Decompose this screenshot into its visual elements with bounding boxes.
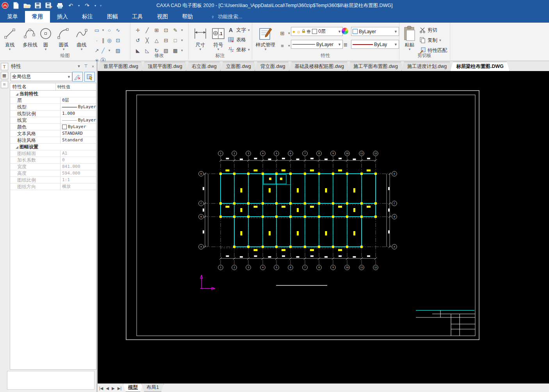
construction-line-icon-caret[interactable]: ▾: [109, 49, 111, 52]
color-wheel-icon[interactable]: [342, 28, 348, 34]
linewidth-combo[interactable]: ByLay▼: [351, 40, 399, 49]
rectangle-icon[interactable]: ▭: [93, 26, 101, 34]
style-manager-button[interactable]: 样式管理▾: [254, 25, 277, 51]
sheet-tab-模型[interactable]: 模型: [123, 384, 143, 392]
doc-tab-标层梁柱布置图.DWG[interactable]: 标层梁柱布置图.DWG: [450, 62, 510, 71]
print-icon[interactable]: [55, 1, 64, 10]
first-tab-icon[interactable]: |◀: [99, 386, 103, 390]
fillet-icon[interactable]: ◣: [134, 46, 142, 54]
bolt-icon[interactable]: ⊡: [114, 36, 122, 44]
prop-row-宽度[interactable]: 宽度841.000: [10, 164, 96, 170]
draw-button-曲线[interactable]: 曲线▾: [73, 25, 90, 51]
prop-row-标注风格[interactable]: 标注风格Standard: [10, 137, 96, 144]
pick-object-icon[interactable]: [84, 72, 95, 82]
hatch-icon[interactable]: ▨: [114, 46, 122, 54]
array-icon[interactable]: ⊞: [153, 26, 160, 34]
construction-line-icon[interactable]: ╱: [99, 46, 107, 54]
group-row-当前特性[interactable]: ◢当前特性: [10, 91, 96, 97]
new-file-icon[interactable]: [12, 1, 20, 10]
layer-tools-button[interactable]: ⊞▾: [278, 29, 290, 37]
erase-icon-caret[interactable]: ▾: [181, 29, 183, 32]
annotate-button-表格[interactable]: +表格: [228, 36, 250, 44]
region-hatch-icon-caret[interactable]: ▾: [181, 49, 183, 52]
prop-row-图纸方向[interactable]: 图纸方向横放: [10, 184, 96, 190]
undo-icon[interactable]: ↶: [66, 1, 75, 10]
last-tab-icon[interactable]: ▶|: [118, 386, 121, 390]
explode-icon[interactable]: ▧: [162, 46, 170, 54]
open-file-icon[interactable]: [23, 1, 31, 10]
annotate-button-尺寸[interactable]: 尺寸▾: [191, 25, 209, 51]
prop-row-高度[interactable]: 高度594.000: [10, 170, 96, 177]
menu-item-视图[interactable]: 视图: [150, 11, 175, 23]
offset-icon-caret[interactable]: ▾: [181, 39, 183, 42]
clipboard-button-特性匹配[interactable]: 特性匹配: [419, 46, 447, 55]
formula-curve-icon[interactable]: ∿: [114, 26, 122, 34]
doc-tab-顶层平面图.dwg[interactable]: 顶层平面图.dwg: [142, 62, 188, 71]
annotate-button-符号[interactable]: .1符号▾: [209, 25, 227, 51]
prop-row-图纸比例[interactable]: 图纸比例1:1: [10, 177, 96, 184]
menu-item-标注[interactable]: 标注: [75, 11, 100, 23]
doc-tab-右立面.dwg[interactable]: 右立面.dwg: [186, 62, 223, 71]
edit-cancel-icon[interactable]: ✕: [72, 72, 83, 82]
stretch-icon[interactable]: ⊡: [162, 26, 170, 34]
group-row-图幅设置[interactable]: ◢图幅设置: [10, 144, 96, 150]
break-icon[interactable]: ╳: [143, 36, 151, 44]
draw-button-圆弧[interactable]: 圆弧▾: [55, 25, 72, 51]
save-icon[interactable]: [34, 1, 42, 10]
prop-row-线宽[interactable]: 线宽ByLayer: [10, 117, 96, 124]
customize-caret-icon[interactable]: ▿: [99, 1, 102, 10]
prop-row-加长系数[interactable]: 加长系数0: [10, 157, 96, 164]
save-as-icon[interactable]: [45, 1, 53, 10]
move-icon[interactable]: ✛: [134, 26, 142, 34]
prop-row-图纸幅面[interactable]: 图纸幅面A1: [10, 150, 96, 157]
ellipse-icon[interactable]: ○: [105, 26, 113, 34]
annotate-button-坐标[interactable]: 坐标▾: [228, 45, 250, 54]
sheet-tab-布局1[interactable]: 布局1: [141, 384, 164, 392]
prop-row-线型[interactable]: 线型ByLayer: [10, 104, 96, 110]
contour-icon[interactable]: ◎: [105, 36, 113, 44]
mirror-icon[interactable]: △: [153, 36, 160, 44]
quick-annotate-palette-icon[interactable]: T: [1, 63, 8, 70]
fade-icon[interactable]: ≣: [342, 41, 349, 48]
region-hatch-icon[interactable]: ▩: [171, 46, 179, 54]
paste-button[interactable]: 粘贴▾: [401, 25, 418, 51]
scale-icon[interactable]: ⊟: [162, 36, 170, 44]
prop-row-层[interactable]: 层0层: [10, 97, 96, 104]
function-search[interactable]: ♀ 功能搜索...: [200, 11, 242, 23]
linetype-list-button[interactable]: ≡▾: [278, 41, 290, 50]
prop-row-颜色[interactable]: 颜色ByLayer: [10, 124, 96, 130]
redo-icon[interactable]: ↷: [83, 1, 91, 10]
scope-combo[interactable]: 全局信息 ▼: [11, 72, 72, 81]
rotate-copy-icon[interactable]: ↻: [153, 46, 160, 54]
redo-caret-icon[interactable]: ▾: [94, 1, 97, 10]
menu-item-菜单[interactable]: 菜单: [0, 11, 25, 23]
collapse-triangle-icon[interactable]: ◢: [16, 145, 18, 149]
menu-item-常用[interactable]: 常用: [25, 11, 50, 23]
doc-tab-立面图.dwg[interactable]: 立面图.dwg: [220, 62, 257, 71]
grid-palette-icon[interactable]: ⌗: [1, 81, 8, 88]
cad-drawing[interactable]: 112233445566778899101011111212DDCCBBAA: [98, 71, 549, 383]
drawing-canvas[interactable]: 112233445566778899101011111212DDCCBBAA: [98, 71, 549, 383]
draw-button-圆[interactable]: 圆▾: [37, 25, 54, 51]
prop-row-文本风格[interactable]: 文本风格STANDARD: [10, 130, 96, 137]
menu-item-插入[interactable]: 插入: [50, 11, 75, 23]
pattern-palette-icon[interactable]: ▦: [1, 72, 8, 79]
linetype-combo[interactable]: ByLayer▼: [291, 40, 343, 49]
menu-item-图幅[interactable]: 图幅: [100, 11, 125, 23]
next-tab-icon[interactable]: ▶: [112, 386, 115, 390]
pin-icon[interactable]: ⊤: [82, 64, 89, 69]
collapse-triangle-icon[interactable]: ◢: [16, 92, 18, 96]
prop-row-线型比例[interactable]: 线型比例1.000: [10, 110, 96, 117]
menu-item-工具[interactable]: 工具: [125, 11, 150, 23]
doc-tab-施工进度计划.dwg[interactable]: 施工进度计划.dwg: [401, 62, 453, 71]
chamfer-icon[interactable]: ◺: [143, 46, 151, 54]
close-icon[interactable]: ×: [89, 64, 96, 69]
erase-icon[interactable]: ✎: [171, 26, 179, 34]
app-logo-icon[interactable]: [1, 1, 9, 10]
layer-combo[interactable]: ●☼0层▼: [291, 27, 343, 36]
doc-tab-背立面.dwg[interactable]: 背立面.dwg: [255, 62, 291, 71]
doc-tab-施工平面布置图.dwg[interactable]: 施工平面布置图.dwg: [348, 62, 404, 71]
clipboard-button-剪切[interactable]: 剪切: [419, 26, 447, 34]
doc-tab-基础及楼梯配筋图.dwg[interactable]: 基础及楼梯配筋图.dwg: [289, 62, 350, 71]
clipboard-button-复制[interactable]: 复制▾: [419, 36, 447, 45]
